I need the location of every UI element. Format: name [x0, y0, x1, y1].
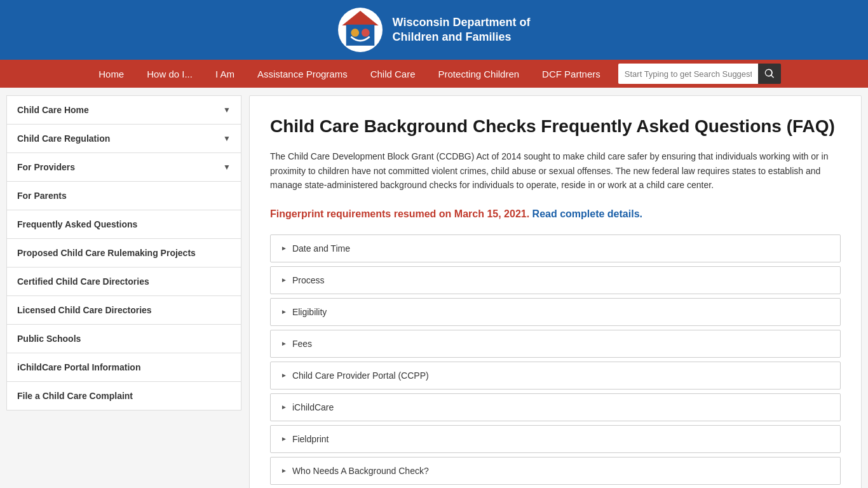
sidebar-item-public-schools-label: Public Schools	[17, 334, 81, 344]
content-intro: The Child Care Development Block Grant (…	[270, 149, 841, 192]
fingerprint-notice-text: Fingerprint requirements resumed on Marc…	[270, 208, 529, 219]
nav-assistance-programs[interactable]: Assistance Programs	[246, 60, 359, 88]
nav-child-care[interactable]: Child Care	[359, 60, 427, 88]
sidebar-item-for-providers[interactable]: For Providers ▼	[6, 152, 241, 182]
accordion-fieldprint-label: Fieldprint	[292, 434, 329, 444]
sidebar-item-certified-directories-label: Certified Child Care Directories	[17, 276, 149, 287]
search-button[interactable]	[758, 64, 781, 84]
main-layout: Child Care Home ▼ Child Care Regulation …	[0, 88, 868, 488]
accordion-date-time[interactable]: ► Date and Time	[270, 234, 841, 262]
sidebar-item-faq-label: Frequently Asked Questions	[17, 219, 137, 229]
sidebar-item-rulemaking-label: Proposed Child Care Rulemaking Projects	[17, 248, 196, 258]
site-header: Wisconsin Department of Children and Fam…	[0, 0, 868, 60]
nav-how-do-i[interactable]: How do I...	[135, 60, 204, 88]
sidebar: Child Care Home ▼ Child Care Regulation …	[6, 95, 241, 488]
logo-circle	[338, 8, 383, 52]
accordion-fieldprint[interactable]: ► Fieldprint	[270, 425, 841, 453]
accordion-process[interactable]: ► Process	[270, 266, 841, 294]
sidebar-item-for-parents[interactable]: For Parents	[6, 181, 241, 210]
sidebar-item-child-care-regulation[interactable]: Child Care Regulation ▼	[6, 124, 241, 153]
sidebar-item-certified-directories[interactable]: Certified Child Care Directories	[6, 267, 241, 296]
logo-icon	[338, 8, 383, 52]
search-wrap	[618, 64, 781, 84]
search-input[interactable]	[618, 64, 758, 84]
sidebar-item-complaint[interactable]: File a Child Care Complaint	[6, 381, 241, 410]
accordion-who-needs[interactable]: ► Who Needs A Background Check?	[270, 457, 841, 485]
chevron-right-icon: ►	[281, 245, 287, 252]
chevron-right-icon: ►	[281, 340, 287, 347]
sidebar-item-licensed-directories-label: Licensed Child Care Directories	[17, 305, 152, 315]
accordion-ccpp-label: Child Care Provider Portal (CCPP)	[292, 370, 429, 381]
search-icon	[764, 68, 775, 79]
org-line2: Children and Families	[393, 30, 531, 44]
sidebar-item-rulemaking[interactable]: Proposed Child Care Rulemaking Projects	[6, 238, 241, 268]
chevron-right-icon: ►	[281, 308, 287, 315]
sidebar-item-child-care-home-label: Child Care Home	[17, 105, 89, 115]
sidebar-item-ichildcare-portal[interactable]: iChildCare Portal Information	[6, 353, 241, 382]
sidebar-item-licensed-directories[interactable]: Licensed Child Care Directories	[6, 295, 241, 325]
nav-i-am[interactable]: I Am	[204, 60, 246, 88]
sidebar-item-public-schools[interactable]: Public Schools	[6, 324, 241, 353]
svg-point-2	[351, 29, 359, 37]
accordion-date-time-label: Date and Time	[292, 243, 350, 254]
accordion-eligibility-label: Eligibility	[292, 307, 327, 317]
nav-protecting-children[interactable]: Protecting Children	[427, 60, 531, 88]
sidebar-item-faq[interactable]: Frequently Asked Questions	[6, 210, 241, 239]
org-line1: Wisconsin Department of	[393, 15, 531, 30]
chevron-down-icon: ▼	[223, 163, 231, 172]
page-title: Child Care Background Checks Frequently …	[270, 115, 841, 138]
nav-dcf-partners[interactable]: DCF Partners	[531, 60, 612, 88]
chevron-right-icon: ►	[281, 467, 287, 474]
svg-point-3	[361, 29, 369, 37]
accordion-ichildcare[interactable]: ► iChildCare	[270, 393, 841, 421]
nav-home[interactable]: Home	[87, 60, 135, 88]
chevron-right-icon: ►	[281, 372, 287, 379]
chevron-right-icon: ►	[281, 435, 287, 442]
accordion-fees-label: Fees	[292, 339, 312, 349]
sidebar-item-for-parents-label: For Parents	[17, 191, 67, 201]
accordion-ccpp[interactable]: ► Child Care Provider Portal (CCPP)	[270, 362, 841, 390]
sidebar-item-child-care-regulation-label: Child Care Regulation	[17, 133, 110, 144]
sidebar-item-for-providers-label: For Providers	[17, 162, 75, 172]
chevron-down-icon: ▼	[223, 105, 231, 114]
svg-rect-1	[346, 25, 374, 46]
sidebar-item-complaint-label: File a Child Care Complaint	[17, 391, 133, 401]
main-content: Child Care Background Checks Frequently …	[249, 95, 862, 488]
sidebar-item-child-care-home[interactable]: Child Care Home ▼	[6, 95, 241, 125]
main-nav: Home How do I... I Am Assistance Program…	[0, 60, 868, 88]
accordion-ichildcare-label: iChildCare	[292, 402, 334, 412]
accordion-who-needs-label: Who Needs A Background Check?	[292, 466, 429, 476]
accordion-process-label: Process	[292, 275, 325, 285]
svg-marker-0	[342, 11, 378, 25]
org-name: Wisconsin Department of Children and Fam…	[393, 15, 531, 45]
accordion-eligibility[interactable]: ► Eligibility	[270, 298, 841, 326]
fingerprint-notice: Fingerprint requirements resumed on Marc…	[270, 207, 841, 222]
chevron-right-icon: ►	[281, 403, 287, 410]
chevron-down-icon: ▼	[223, 134, 231, 143]
chevron-right-icon: ►	[281, 276, 287, 283]
fingerprint-notice-link[interactable]: Read complete details.	[532, 208, 642, 219]
sidebar-item-ichildcare-portal-label: iChildCare Portal Information	[17, 362, 140, 372]
accordion-fees[interactable]: ► Fees	[270, 330, 841, 358]
